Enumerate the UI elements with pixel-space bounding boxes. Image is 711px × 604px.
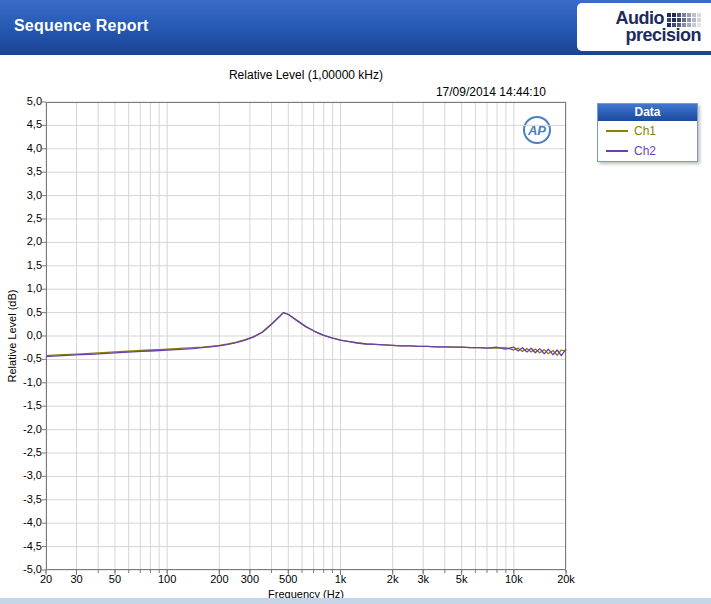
legend-item-ch2[interactable]: Ch2: [598, 141, 697, 161]
y-tick-label: -1,5: [0, 399, 42, 411]
legend-line-sample-icon: [606, 150, 628, 152]
x-tick-label: 300: [232, 573, 268, 585]
x-tick-label: 30: [59, 573, 95, 585]
y-tick-label: 5,0: [0, 95, 42, 107]
legend-item-label: Ch1: [634, 124, 656, 138]
y-tick-label: -3,0: [0, 469, 42, 481]
legend: Data Ch1Ch2: [597, 103, 698, 162]
chart-title: Relative Level (1,00000 kHz): [46, 68, 566, 82]
y-tick-label: 0,5: [0, 306, 42, 318]
x-tick-label: 1k: [322, 573, 358, 585]
x-tick-label: 500: [270, 573, 306, 585]
y-tick-label: 3,5: [0, 165, 42, 177]
timestamp: 17/09/2014 14:44:10: [66, 85, 546, 99]
x-tick-label: 50: [97, 573, 133, 585]
legend-item-ch1[interactable]: Ch1: [598, 121, 697, 141]
y-tick-label: -1,0: [0, 376, 42, 388]
legend-item-label: Ch2: [634, 144, 656, 158]
y-tick-label: 4,0: [0, 142, 42, 154]
y-tick-label: -2,0: [0, 423, 42, 435]
legend-items: Ch1Ch2: [598, 121, 697, 161]
x-tick-label: 3k: [405, 573, 441, 585]
y-tick-label: -2,5: [0, 446, 42, 458]
y-tick-label: -0,5: [0, 352, 42, 364]
y-tick-label: 3,0: [0, 189, 42, 201]
legend-line-sample-icon: [606, 130, 628, 132]
series-line-ch1: [46, 313, 566, 356]
y-tick-label: 0,0: [0, 329, 42, 341]
series-line-ch2: [46, 313, 566, 357]
y-tick-label: 2,0: [0, 235, 42, 247]
y-tick-label: -3,5: [0, 493, 42, 505]
y-tick-label: 2,5: [0, 212, 42, 224]
audio-precision-logo: Audio precision: [577, 3, 711, 51]
x-tick-label: 10k: [496, 573, 532, 585]
x-tick-label: 20k: [548, 573, 584, 585]
x-tick-label: 100: [149, 573, 185, 585]
y-tick-label: 4,5: [0, 118, 42, 130]
y-tick-label: 1,5: [0, 259, 42, 271]
chart-area: Relative Level (1,00000 kHz) 17/09/2014 …: [0, 55, 711, 598]
bottom-strip: [0, 598, 711, 604]
logo-text: Audio precision: [616, 10, 702, 44]
y-tick-label: -4,0: [0, 516, 42, 528]
y-tick-label: 1,0: [0, 282, 42, 294]
page-title: Sequence Report: [14, 17, 149, 35]
header-bar: Sequence Report Audio precision: [0, 0, 711, 55]
logo-word-precision: precision: [616, 27, 702, 44]
y-tick-label: -4,5: [0, 540, 42, 552]
chart-canvas: [46, 102, 566, 570]
x-tick-label: 5k: [444, 573, 480, 585]
legend-header: Data: [598, 104, 697, 121]
logo-pixel-grid-icon: [667, 10, 701, 27]
